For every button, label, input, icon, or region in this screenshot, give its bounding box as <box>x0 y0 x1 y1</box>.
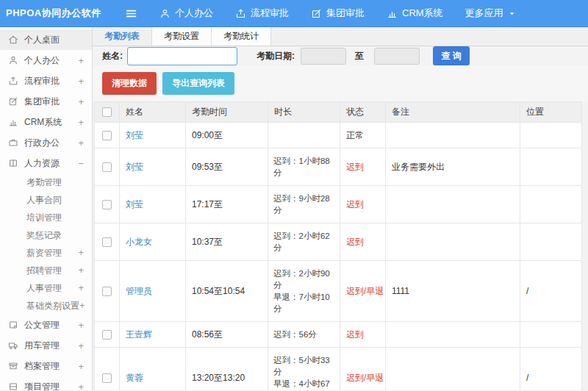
expand-icon: + <box>78 55 84 66</box>
expand-icon: + <box>78 262 84 279</box>
sidebar-subitem-6-0[interactable]: 考勤管理 <box>0 173 92 191</box>
expand-icon: + <box>79 297 85 315</box>
sidebar-subitem-6-3[interactable]: 奖惩记录 <box>0 226 92 244</box>
book-icon <box>8 158 18 168</box>
sidebar-item-4[interactable]: CRM系统+ <box>0 112 92 132</box>
sidebar-item-2[interactable]: 流程审批+ <box>0 71 92 91</box>
table-row-4: 管理员10:54至10:54迟到：2小时90分早退：7小时10分迟到/早退111… <box>95 261 582 322</box>
row-checkbox[interactable] <box>102 131 112 140</box>
status-badge: 正常 <box>346 130 364 140</box>
user-icon <box>159 8 171 19</box>
location-cell <box>520 148 582 186</box>
attendance-time: 10:54至10:54 <box>186 261 268 322</box>
location-cell: / <box>520 348 582 391</box>
tab-0[interactable]: 考勤列表 <box>93 27 152 46</box>
sidebar-subitem-6-1[interactable]: 人事合同 <box>0 191 92 209</box>
note-cell <box>386 123 520 148</box>
expand-icon: + <box>78 381 84 391</box>
sidebar-subitem-6-7[interactable]: 基础类别设置+ <box>0 297 92 315</box>
flow-icon <box>235 8 246 19</box>
sidebar-subitem-6-4[interactable]: 薪资管理+ <box>0 244 92 262</box>
sidebar-item-0[interactable]: 个人桌面 <box>0 29 92 50</box>
note-cell <box>386 348 520 391</box>
attendance-time: 08:56至 <box>186 322 268 348</box>
employee-name-link[interactable]: 刘莹 <box>126 162 143 172</box>
sidebar-subitem-6-5[interactable]: 招聘管理+ <box>0 262 92 279</box>
sidebar-item-7[interactable]: 公文管理+ <box>0 315 92 335</box>
status-badge: 迟到 <box>346 329 364 340</box>
date-label: 考勤日期: <box>257 50 295 62</box>
row-checkbox[interactable] <box>102 162 112 172</box>
sidebar-item-10[interactable]: 项目管理+ <box>0 376 92 390</box>
search-button[interactable]: 查 询 <box>433 46 470 65</box>
sidebar-item-8[interactable]: 用车管理+ <box>0 335 92 356</box>
expand-icon: + <box>78 340 84 351</box>
nav-item-2[interactable]: 集团审批 <box>311 7 365 20</box>
select-all-checkbox[interactable] <box>102 107 112 117</box>
nav-item-1[interactable]: 流程审批 <box>235 7 289 20</box>
sidebar: 个人桌面个人办公+流程审批+集团审批+CRM系统+行政办公+人力资源−考勤管理人… <box>0 27 93 390</box>
topbar: PHPOA协同办公软件 个人办公流程审批集团审批CRM系统更多应用 <box>0 0 588 27</box>
note-cell <box>386 322 520 348</box>
home-icon <box>8 35 18 45</box>
sidebar-item-5[interactable]: 行政办公+ <box>0 132 92 153</box>
export-list-button[interactable]: 导出查询列表 <box>162 72 234 95</box>
nav-item-4[interactable]: 更多应用 <box>465 7 516 20</box>
employee-name-link[interactable]: 黄蓉 <box>126 373 143 383</box>
duration-cell: 迟到：9小时28分 <box>268 186 340 223</box>
briefcase-icon <box>8 137 18 148</box>
table-header-row: 姓名 考勤时间 时长 状态 备注 位置 <box>95 102 582 123</box>
note-cell: 1111 <box>386 261 520 322</box>
date-from-input[interactable] <box>301 48 346 65</box>
note-cell <box>386 186 520 223</box>
duration-cell: 迟到：2小时90分早退：7小时10分 <box>268 261 340 322</box>
sidebar-item-6[interactable]: 人力资源− <box>0 153 92 173</box>
col-header-time: 考勤时间 <box>186 102 268 123</box>
doc-icon <box>8 320 18 330</box>
clean-data-button[interactable]: 清理数据 <box>102 72 157 95</box>
row-checkbox[interactable] <box>102 287 112 296</box>
approve-icon <box>311 8 322 19</box>
chart-icon <box>387 8 398 19</box>
expand-icon: + <box>78 279 84 297</box>
attendance-time: 10:37至 <box>186 223 268 261</box>
col-header-note: 备注 <box>386 102 520 123</box>
nav-item-3[interactable]: CRM系统 <box>387 7 443 20</box>
status-badge: 迟到 <box>346 162 364 172</box>
row-checkbox[interactable] <box>102 200 112 209</box>
approve-icon <box>8 96 18 107</box>
location-cell <box>520 123 582 148</box>
tab-2[interactable]: 考勤统计 <box>212 27 271 46</box>
action-bar: 清理数据 导出查询列表 <box>93 65 588 101</box>
sidebar-item-1[interactable]: 个人办公+ <box>0 50 92 71</box>
employee-name-link[interactable]: 管理员 <box>126 286 152 296</box>
nav-item-0[interactable]: 个人办公 <box>159 7 213 20</box>
expand-icon: + <box>78 76 84 87</box>
sidebar-subitem-6-6[interactable]: 人事管理+ <box>0 279 92 297</box>
date-to-input[interactable] <box>374 48 420 65</box>
expand-icon: + <box>78 361 84 372</box>
employee-name-link[interactable]: 刘莹 <box>126 199 143 209</box>
status-badge: 迟到/早退 <box>346 286 384 296</box>
attendance-table: 姓名 考勤时间 时长 状态 备注 位置 刘莹09:00至正常刘莹09:53至迟到… <box>94 101 582 390</box>
employee-name-link[interactable]: 王壹辉 <box>126 329 152 340</box>
table-row-6: 黄蓉13:20至13:20迟到：5小时33分早退：4小时67分迟到/早退/ <box>95 348 582 391</box>
row-checkbox[interactable] <box>102 373 112 383</box>
hamburger-icon[interactable] <box>125 7 137 20</box>
employee-name-link[interactable]: 刘莹 <box>126 130 143 140</box>
tab-1[interactable]: 考勤设置 <box>152 27 212 46</box>
table-row-2: 刘莹17:17至迟到：9小时28分迟到 <box>95 186 582 223</box>
top-navigation: 个人办公流程审批集团审批CRM系统更多应用 <box>137 7 516 20</box>
row-checkbox[interactable] <box>102 330 112 340</box>
employee-name-link[interactable]: 小龙女 <box>126 237 152 247</box>
project-icon <box>8 381 18 390</box>
row-checkbox[interactable] <box>102 237 112 247</box>
note-cell <box>386 223 520 261</box>
col-header-duration: 时长 <box>268 102 340 123</box>
sidebar-item-3[interactable]: 集团审批+ <box>0 91 92 112</box>
sidebar-subitem-6-2[interactable]: 培训管理 <box>0 209 92 226</box>
name-input[interactable] <box>127 47 237 65</box>
sidebar-item-9[interactable]: 档案管理+ <box>0 356 92 376</box>
caret-down-icon <box>508 10 516 18</box>
truck-icon <box>8 340 18 351</box>
